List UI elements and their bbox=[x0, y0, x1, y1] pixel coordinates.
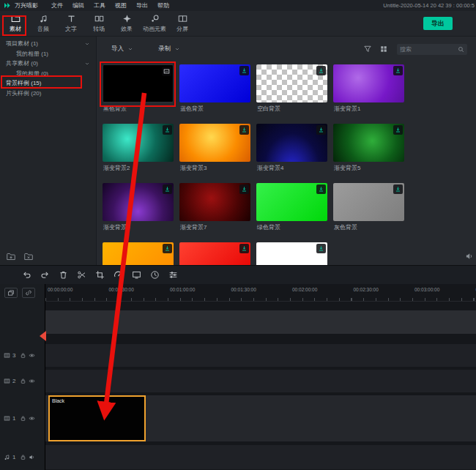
sidebar-item[interactable]: 背景样例 (15) bbox=[0, 78, 96, 89]
undo-icon[interactable] bbox=[22, 270, 31, 280]
download-icon[interactable] bbox=[239, 66, 249, 75]
media-thumbnail[interactable] bbox=[256, 242, 327, 265]
media-thumbnail[interactable]: 渐变背景1 bbox=[333, 64, 404, 113]
sidebar-item[interactable]: 我的相册 (1) bbox=[0, 49, 96, 59]
speed-icon[interactable] bbox=[114, 270, 123, 280]
search-icon[interactable] bbox=[458, 46, 464, 53]
thumbnail-preview[interactable] bbox=[256, 242, 327, 265]
download-icon[interactable] bbox=[239, 244, 249, 253]
thumbnail-preview[interactable] bbox=[256, 124, 327, 162]
thumbnail-preview[interactable] bbox=[256, 183, 327, 221]
sidebar-item[interactable]: 我的相册 (0) bbox=[0, 69, 96, 79]
track-lane-upper[interactable] bbox=[45, 310, 476, 334]
menu-item[interactable]: 视图 bbox=[115, 1, 127, 10]
panel-tab[interactable]: 文字 bbox=[57, 11, 85, 36]
menu-item[interactable]: 文件 bbox=[51, 1, 63, 10]
redo-icon[interactable] bbox=[40, 270, 50, 280]
download-icon[interactable] bbox=[163, 125, 172, 135]
media-thumbnail[interactable]: 空白背景 bbox=[256, 64, 327, 113]
screen-icon[interactable] bbox=[132, 270, 141, 280]
grid-view-icon[interactable] bbox=[379, 45, 388, 53]
timeline-ruler[interactable]: 00:00:00:00 00:00:30:00 00:01:00:00 00:0… bbox=[45, 284, 476, 302]
trash-icon[interactable] bbox=[59, 270, 68, 280]
track-lane-audio-1[interactable] bbox=[45, 445, 476, 469]
download-icon[interactable] bbox=[316, 184, 326, 194]
menu-item[interactable]: 编辑 bbox=[72, 1, 84, 10]
sidebar-item[interactable]: 共享素材 (0) bbox=[0, 59, 96, 69]
menu-item[interactable]: 导出 bbox=[136, 1, 148, 10]
media-thumbnail[interactable]: 绿色背景 bbox=[256, 183, 327, 231]
panel-tab[interactable]: 素材 bbox=[1, 11, 29, 36]
folderplus-icon[interactable] bbox=[6, 252, 16, 261]
media-thumbnail[interactable]: 渐变背景4 bbox=[256, 124, 327, 172]
menu-item[interactable]: 工具 bbox=[94, 1, 105, 10]
track-header-video-3[interactable]: 3 bbox=[0, 344, 45, 367]
crop-icon[interactable] bbox=[95, 270, 105, 280]
media-thumbnail[interactable]: 渐变背景3 bbox=[179, 124, 250, 172]
track-header-video-1[interactable]: 1 bbox=[0, 395, 45, 441]
scissors-icon[interactable] bbox=[77, 270, 86, 280]
media-thumbnail[interactable]: 渐变背景6 bbox=[103, 183, 174, 231]
image-icon[interactable] bbox=[162, 67, 171, 76]
search-input[interactable] bbox=[400, 46, 458, 53]
eye-icon[interactable] bbox=[29, 378, 35, 384]
timeline-clip-black[interactable]: Black bbox=[48, 395, 146, 441]
filter-icon[interactable] bbox=[363, 45, 372, 53]
import-dropdown[interactable]: 导入 bbox=[111, 45, 133, 53]
media-thumbnail[interactable]: 渐变背景5 bbox=[333, 124, 404, 172]
download-icon[interactable] bbox=[239, 125, 249, 135]
thumbnail-preview[interactable] bbox=[179, 183, 250, 221]
media-thumbnail[interactable]: 渐变背景7 bbox=[179, 183, 250, 231]
media-thumbnail[interactable] bbox=[179, 242, 250, 265]
download-icon[interactable] bbox=[239, 184, 249, 194]
track-lane-video-2[interactable] bbox=[45, 370, 476, 392]
lock-icon[interactable] bbox=[20, 378, 26, 384]
panel-tab[interactable]: 分屏 bbox=[168, 11, 196, 36]
menu-item[interactable]: 帮助 bbox=[157, 1, 169, 10]
track-lane-video-3[interactable] bbox=[45, 344, 476, 367]
media-thumbnail[interactable]: 渐变背景2 bbox=[103, 124, 174, 172]
thumbnail-preview[interactable] bbox=[333, 183, 404, 221]
speaker-icon[interactable] bbox=[29, 454, 35, 460]
layers-icon[interactable] bbox=[4, 288, 18, 298]
thumbnail-preview[interactable] bbox=[103, 124, 174, 162]
eye-icon[interactable] bbox=[29, 352, 35, 359]
panel-tab[interactable]: 音频 bbox=[29, 11, 57, 36]
search-box[interactable] bbox=[397, 44, 467, 55]
export-button[interactable]: 导出 bbox=[423, 17, 453, 30]
media-thumbnail[interactable]: 灰色背景 bbox=[333, 183, 404, 231]
media-thumbnail[interactable] bbox=[103, 242, 174, 265]
lock-icon[interactable] bbox=[20, 454, 26, 460]
thumbnail-preview[interactable] bbox=[256, 64, 327, 102]
download-icon[interactable] bbox=[393, 184, 403, 194]
lock-icon[interactable] bbox=[20, 352, 26, 359]
lock-icon[interactable] bbox=[20, 415, 26, 422]
thumbnail-preview[interactable] bbox=[103, 64, 174, 102]
sidebar-item[interactable]: 项目素材 (1) bbox=[0, 39, 96, 49]
thumbnail-preview[interactable] bbox=[333, 64, 404, 102]
thumbnail-preview[interactable] bbox=[103, 183, 174, 221]
download-icon[interactable] bbox=[163, 244, 172, 253]
sliders-icon[interactable] bbox=[168, 270, 178, 280]
clock-icon[interactable] bbox=[150, 270, 160, 280]
media-thumbnail[interactable]: 蓝色背景 bbox=[179, 64, 250, 113]
record-dropdown[interactable]: 录制 bbox=[158, 45, 180, 53]
download-icon[interactable] bbox=[316, 244, 326, 253]
chevron-down-icon[interactable] bbox=[84, 41, 90, 47]
track-header-video-2[interactable]: 2 bbox=[0, 370, 45, 392]
thumbnail-preview[interactable] bbox=[179, 64, 250, 102]
eye-icon[interactable] bbox=[29, 415, 35, 422]
download-icon[interactable] bbox=[393, 125, 403, 135]
sidebar-item[interactable]: 片头样例 (20) bbox=[0, 89, 96, 99]
track-header-audio-1[interactable]: 1 bbox=[0, 445, 45, 469]
download-icon[interactable] bbox=[316, 66, 326, 75]
thumbnail-preview[interactable] bbox=[179, 124, 250, 162]
thumbnail-preview[interactable] bbox=[179, 242, 250, 265]
thumbnail-preview[interactable] bbox=[333, 124, 404, 162]
thumbnail-preview[interactable] bbox=[103, 242, 174, 265]
chevron-down-icon[interactable] bbox=[84, 61, 90, 67]
download-icon[interactable] bbox=[316, 125, 326, 135]
media-thumbnail[interactable]: 黑色背景 bbox=[103, 64, 174, 113]
panel-tab[interactable]: 转场 bbox=[85, 11, 113, 36]
download-icon[interactable] bbox=[393, 66, 403, 75]
